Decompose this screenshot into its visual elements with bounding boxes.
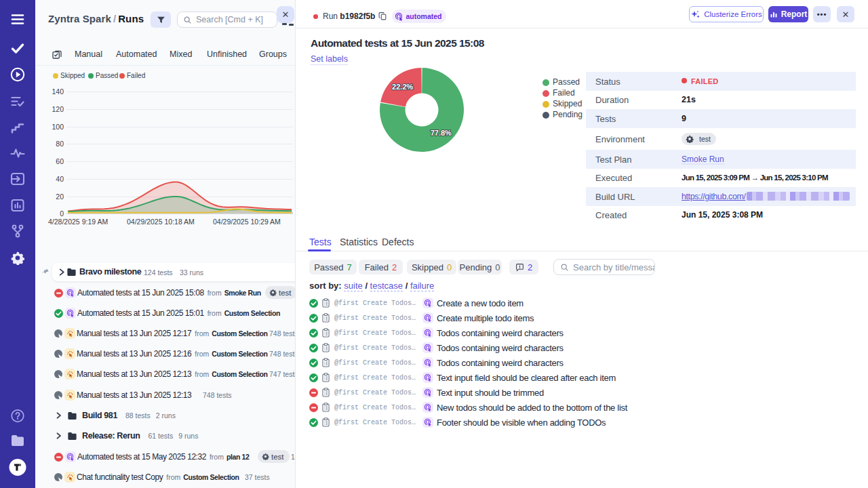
svg-text:80: 80 (56, 140, 64, 148)
svg-text:120: 120 (52, 105, 64, 113)
svg-text:20: 20 (56, 192, 64, 201)
svg-text:40: 40 (56, 175, 64, 183)
svg-text:04/29/2025 10:29 AM: 04/29/2025 10:29 AM (213, 218, 281, 226)
svg-text:04/29/2025 10:18 AM: 04/29/2025 10:18 AM (127, 218, 195, 226)
svg-text:100: 100 (52, 123, 64, 131)
svg-text:140: 140 (52, 87, 64, 96)
svg-text:0: 0 (60, 209, 64, 218)
svg-text:60: 60 (56, 157, 64, 165)
svg-text:22.2%: 22.2% (392, 83, 413, 91)
svg-text:4/28/2025 9:19 AM: 4/28/2025 9:19 AM (48, 218, 108, 226)
svg-text:77.8%: 77.8% (431, 129, 452, 137)
